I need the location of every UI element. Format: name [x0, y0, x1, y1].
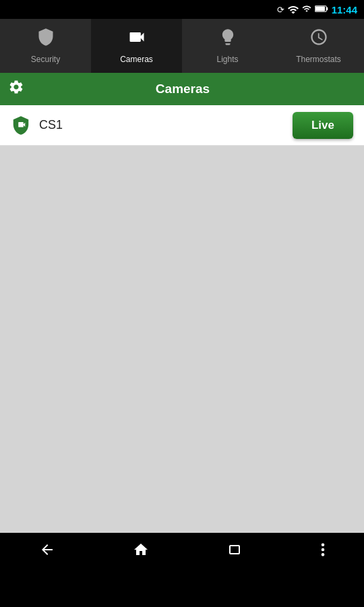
live-button[interactable]: Live [293, 112, 353, 139]
bottom-nav [0, 533, 364, 571]
svg-rect-2 [326, 7, 328, 9]
page-title: Cameras [31, 82, 334, 96]
rotate-icon: ⟳ [277, 5, 284, 15]
status-icons: ⟳ 11:44 [277, 4, 357, 16]
header-bar: Cameras [0, 73, 364, 105]
tab-lights-label: Lights [216, 55, 238, 64]
camera-list-item: CS1 Live [0, 105, 364, 146]
back-button[interactable] [28, 536, 66, 567]
settings-gear-icon[interactable] [8, 79, 24, 99]
thermostats-icon [309, 28, 328, 51]
svg-point-4 [322, 543, 325, 546]
tab-security-label: Security [31, 55, 60, 64]
lights-icon [218, 28, 237, 51]
empty-content-area [0, 146, 364, 533]
svg-rect-3 [230, 546, 239, 554]
tab-thermostats[interactable]: Thermostats [273, 19, 364, 73]
home-button[interactable] [122, 536, 160, 567]
tab-cameras[interactable]: Cameras [91, 19, 182, 73]
status-bar: ⟳ 11:44 [0, 0, 364, 19]
svg-point-5 [322, 548, 325, 552]
wifi-icon [288, 4, 299, 16]
tab-security[interactable]: Security [0, 19, 91, 73]
security-icon [36, 28, 55, 51]
cameras-icon [127, 28, 146, 51]
status-time: 11:44 [332, 4, 357, 16]
tab-lights[interactable]: Lights [182, 19, 273, 73]
nav-tabs: Security Cameras Lights Thermostats [0, 19, 364, 73]
menu-button[interactable] [310, 537, 336, 567]
svg-point-6 [322, 553, 325, 556]
recents-button[interactable] [216, 536, 254, 567]
tab-thermostats-label: Thermostats [296, 55, 341, 64]
camera-item-icon [11, 115, 31, 136]
tab-cameras-label: Cameras [120, 55, 153, 64]
main-content: CS1 Live [0, 105, 364, 146]
camera-name: CS1 [39, 118, 293, 132]
battery-icon [315, 5, 328, 15]
svg-rect-1 [315, 6, 324, 11]
signal-icon [302, 4, 311, 16]
